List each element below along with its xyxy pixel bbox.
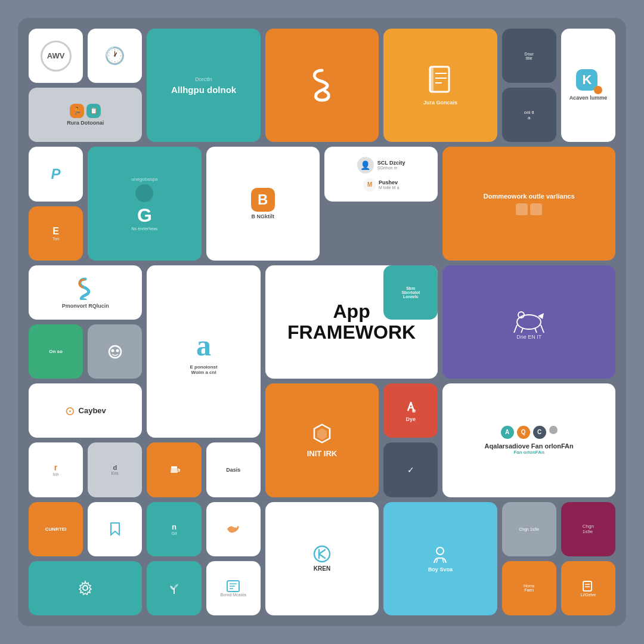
g-letter: G: [137, 205, 152, 227]
robot-gray-card: [88, 324, 142, 379]
hexagon-icon: [311, 423, 333, 444]
sbm-card: SbmSbnrtololLonnrlc: [383, 265, 438, 320]
book-card: Jura Goncais: [383, 29, 497, 142]
teal-label: Allhgpu dolnok: [171, 85, 236, 95]
dcomework-icons: [516, 203, 542, 215]
kettle-card: [147, 442, 201, 497]
svg-line-8: [521, 328, 523, 333]
svg-point-22: [83, 586, 88, 590]
k-icon-wrapper: K: [576, 69, 600, 93]
dcomework-icon-1: [516, 203, 528, 215]
check-card: ✓: [383, 442, 438, 497]
orange-shape-card: [265, 29, 379, 142]
aqa-tool: [549, 426, 558, 434]
chgn-label: Chgn 1s9e: [519, 527, 539, 531]
g-label: Ns enrterheas: [131, 227, 157, 231]
svg-point-12: [111, 349, 114, 352]
s-label: Pmonvort RQlucin: [62, 303, 109, 309]
casbev-card: ⊙ Caybev: [29, 383, 142, 438]
plant-card: [147, 561, 201, 615]
d-label: Ens: [112, 471, 119, 475]
awv-circle: AWV: [41, 41, 72, 72]
svg-point-20: [314, 546, 330, 562]
settings-teal-card: [29, 561, 142, 615]
k-blue-card: K Acaven lumme: [561, 29, 615, 142]
sci-card: 👤 SCL Dzcity SGnhon m M Pushev M tolle M…: [324, 147, 438, 201]
img-icon-2: 📋: [86, 104, 101, 118]
svg-point-17: [412, 409, 416, 413]
svg-point-11: [109, 346, 121, 358]
awv-card: AWV: [29, 29, 83, 83]
svg-point-5: [517, 315, 541, 329]
pushev-row: M Pushev M tolle M a: [363, 178, 399, 191]
on-so-card: On so: [29, 324, 83, 379]
svg-point-21: [436, 547, 444, 555]
r-label: Inh: [53, 472, 59, 476]
clock-card: 🕐: [88, 29, 142, 83]
svg-marker-15: [317, 428, 327, 440]
n-letter: n: [172, 522, 177, 531]
pushev-icon: M: [363, 178, 376, 191]
p-icon-card: P: [29, 147, 83, 201]
g-sublabel-top: unegobaspa: [131, 177, 157, 182]
dark-r1-card: Dourtitie: [502, 29, 556, 83]
maroon-card: Chgn1s9e: [561, 502, 615, 556]
svg-rect-27: [583, 581, 592, 591]
dcomework-label: Dommeowork outle varliancs: [484, 193, 575, 200]
aqa-card: A Q C Aqalarsadiove Fan orlonFAn Fan orl…: [442, 383, 615, 497]
kren-label: KREN: [314, 565, 330, 572]
awv-text: AWV: [47, 51, 65, 60]
s-logo: [72, 275, 98, 301]
maroon-label: Chgn1s9e: [583, 524, 594, 534]
casbev-label: Caybev: [79, 406, 106, 415]
kren-card: KREN: [265, 502, 379, 615]
a-sublabel: E ponolonstWolm a cnl: [190, 364, 217, 376]
home-orange-card-extra: HomsFaen: [502, 561, 556, 615]
svg-line-7: [514, 325, 517, 333]
img-icons-label: Rura Dotoonai: [67, 120, 104, 126]
bookmark-card: [88, 502, 142, 556]
last-card: Li/Gelve: [561, 561, 615, 615]
k-badge: [594, 86, 602, 94]
dasis-card: Dasis: [206, 442, 261, 497]
r-icon-card: r Inh: [29, 442, 83, 497]
home-label: HomsFaen: [524, 584, 534, 592]
aqa-icon-2: Q: [517, 426, 530, 439]
a-teal-card: a E ponolonstWolm a cnl: [147, 265, 260, 438]
svg-line-9: [535, 328, 537, 333]
aqa-icon-1: A: [501, 426, 514, 439]
n-sub: Gif: [172, 531, 177, 535]
e-label: Ton: [52, 237, 59, 241]
aqa-label: Aqalarsadiove Fan orlonFAn: [485, 442, 574, 450]
dye-card: Dye: [383, 383, 438, 438]
svg-rect-1: [430, 67, 434, 92]
dye-label: Dye: [406, 416, 416, 423]
casbev-icon: ⊙: [65, 404, 75, 418]
b-label: B NGktilt: [252, 213, 275, 220]
s-shape-icon: [307, 67, 337, 103]
b-letter: B: [258, 191, 268, 208]
news-card: Bornd Mcasta: [206, 561, 261, 615]
news-icon: [226, 580, 240, 593]
aqa-icons: A Q C: [501, 426, 558, 439]
e-orange-card: E Ton: [29, 206, 83, 261]
check-icon: ✓: [407, 465, 414, 475]
init-irk-label: INIT IRK: [307, 449, 338, 458]
teal-top-card: Dorctln Allhgpu dolnok: [147, 29, 260, 142]
dcomework-card: Dommeowork outle varliancs: [442, 147, 615, 260]
pushev-text: Pushev M tolle M a: [379, 179, 399, 190]
main-container: AWV 🕐 Dorctln Allhgpu dolnok Jura Goncai…: [18, 18, 626, 626]
svg-point-19: [235, 525, 237, 528]
settings-icon: [78, 580, 93, 596]
init-irk-card: INIT IRK: [265, 383, 379, 497]
gray-r2-label: onl tla: [524, 110, 534, 120]
dino-label: Dne EN IT: [516, 334, 541, 340]
s-white-card: Pmonvort RQlucin: [29, 265, 142, 320]
kettle-icon: [168, 463, 181, 476]
bookmark-icon: [109, 522, 121, 536]
pushev-title: Pushev: [379, 179, 399, 185]
dino-card: Dne EN IT: [442, 265, 615, 379]
boy-icon: [429, 545, 451, 566]
b-white-card: B B NGktilt: [206, 147, 320, 260]
e-letter: E: [52, 226, 59, 237]
